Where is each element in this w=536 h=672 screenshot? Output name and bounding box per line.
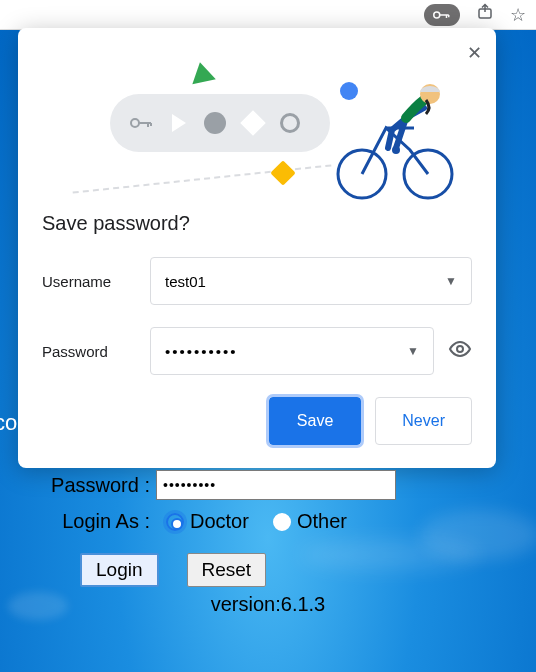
- username-select[interactable]: test01 ▼: [150, 257, 472, 305]
- dialog-title: Save password?: [42, 212, 472, 235]
- play-triangle-icon: [172, 114, 186, 132]
- triangle-green-icon: [188, 60, 216, 85]
- login-form: Password : Login As : Doctor Other Login…: [0, 460, 536, 616]
- outline-circle-icon: [280, 113, 300, 133]
- role-other-label: Other: [297, 510, 347, 533]
- reset-button[interactable]: Reset: [187, 553, 267, 587]
- never-button[interactable]: Never: [375, 397, 472, 445]
- page-fragment-text: co: [0, 410, 17, 436]
- diamond-icon: [240, 110, 265, 135]
- login-password-label: Password :: [20, 474, 156, 497]
- password-select[interactable]: •••••••••• ▼: [150, 327, 434, 375]
- save-password-dialog: ✕: [18, 28, 496, 468]
- browser-toolbar: ☆: [0, 0, 536, 30]
- password-label: Password: [42, 343, 150, 360]
- svg-point-7: [457, 346, 463, 352]
- bookmark-star-icon[interactable]: ☆: [510, 4, 526, 26]
- role-doctor-label: Doctor: [190, 510, 249, 533]
- chevron-down-icon: ▼: [445, 274, 457, 288]
- dashed-line-decor: [73, 164, 332, 193]
- filled-circle-icon: [204, 112, 226, 134]
- username-label: Username: [42, 273, 150, 290]
- login-password-input[interactable]: [156, 470, 396, 500]
- password-manager-icon[interactable]: [424, 4, 460, 26]
- svg-point-2: [131, 119, 139, 127]
- diamond-yellow-icon: [270, 160, 295, 185]
- password-value: ••••••••••: [165, 343, 238, 360]
- cyclist-illustration: [328, 70, 458, 200]
- eye-icon[interactable]: [448, 337, 472, 365]
- password-pill-decor: [110, 94, 330, 152]
- share-icon[interactable]: [476, 3, 494, 26]
- dialog-illustration: [42, 46, 472, 194]
- login-button[interactable]: Login: [80, 553, 159, 587]
- svg-point-0: [434, 12, 440, 18]
- role-doctor-radio[interactable]: Doctor: [166, 510, 249, 533]
- key-icon: [130, 112, 154, 135]
- role-other-radio[interactable]: Other: [273, 510, 347, 533]
- save-button[interactable]: Save: [269, 397, 361, 445]
- version-text: version:6.1.3: [20, 593, 516, 616]
- radio-checked-icon: [166, 513, 184, 531]
- chevron-down-icon: ▼: [407, 344, 419, 358]
- username-value: test01: [165, 273, 206, 290]
- login-as-label: Login As :: [20, 510, 156, 533]
- radio-unchecked-icon: [273, 513, 291, 531]
